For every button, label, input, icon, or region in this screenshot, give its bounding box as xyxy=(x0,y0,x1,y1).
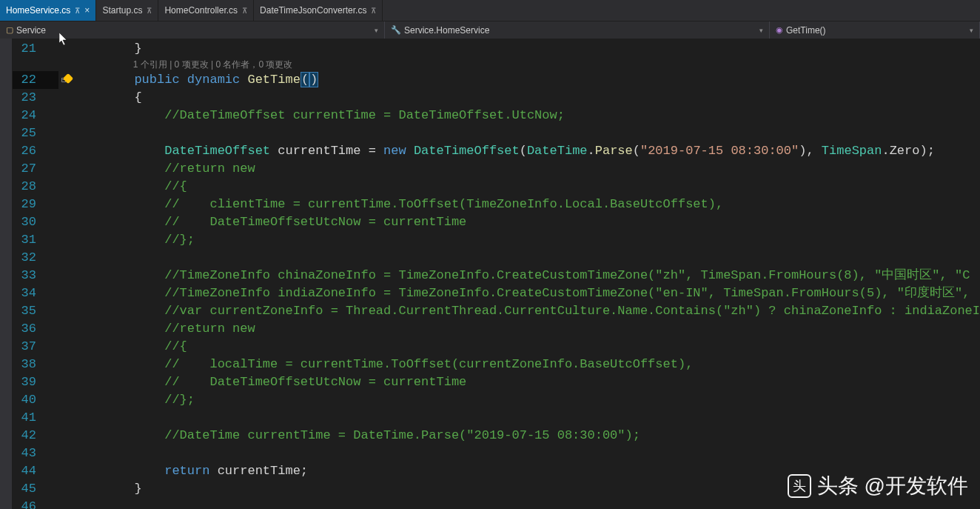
code-line: //{ xyxy=(70,178,980,196)
codelens[interactable]: 1 个引用 | 0 项更改 | 0 名作者，0 项更改 xyxy=(70,58,980,71)
code-line: // DateTimeOffsetUtcNow = currentTime xyxy=(70,373,980,391)
breadcrumb-label: GetTime() xyxy=(786,25,826,36)
chevron-down-icon: ▾ xyxy=(970,27,973,34)
line-number: 46 xyxy=(13,498,58,509)
tab-datetimejsonconverter[interactable]: DateTimeJsonConverter.cs ⊼ xyxy=(254,0,383,21)
tab-bar: HomeService.cs ⊼ × Startup.cs ⊼ HomeCont… xyxy=(0,0,980,21)
code-line: //TimeZoneInfo indiaZoneInfo = TimeZoneI… xyxy=(70,285,980,302)
breadcrumb-namespace[interactable]: ▢ Service ▾ xyxy=(0,21,385,39)
line-number: 38 xyxy=(13,356,58,373)
breadcrumb-method[interactable]: ◉ GetTime() ▾ xyxy=(770,21,980,39)
code-line: //return new xyxy=(70,160,980,178)
method-icon: ◉ xyxy=(776,25,783,35)
chevron-down-icon: ▾ xyxy=(759,27,763,34)
line-number: 37 xyxy=(13,338,58,356)
breadcrumb-label: Service xyxy=(16,25,46,36)
line-number: 43 xyxy=(13,445,58,462)
line-number: 21 xyxy=(13,40,58,58)
close-icon[interactable]: × xyxy=(84,5,90,16)
line-number: 31 xyxy=(13,231,58,249)
breadcrumb-label: Service.HomeService xyxy=(404,25,489,36)
fold-column: ⊟ xyxy=(58,39,70,509)
pin-icon[interactable]: ⊼ xyxy=(371,7,376,15)
tab-label: DateTimeJsonConverter.cs xyxy=(260,5,366,16)
code-line xyxy=(70,409,980,427)
line-number: 26 xyxy=(13,142,58,160)
line-number: 28 xyxy=(13,178,58,196)
code-line: // DateTimeOffsetUtcNow = currentTime xyxy=(70,213,980,231)
line-number: 39 xyxy=(13,373,58,391)
line-number: 29 xyxy=(13,196,58,213)
line-number: 22 xyxy=(13,71,58,89)
code-content[interactable]: } 1 个引用 | 0 项更改 | 0 名作者，0 项更改 public dyn… xyxy=(70,39,980,509)
code-line: //{ xyxy=(70,338,980,356)
code-line xyxy=(70,445,980,462)
line-number: 40 xyxy=(13,391,58,409)
pin-icon[interactable]: ⊼ xyxy=(147,7,152,15)
line-number: 45 xyxy=(13,480,58,498)
code-line xyxy=(70,249,980,267)
line-number: 27 xyxy=(13,160,58,178)
tab-label: Startup.cs xyxy=(102,5,142,16)
line-number: 35 xyxy=(13,302,58,320)
line-number: 30 xyxy=(13,213,58,231)
line-number: 24 xyxy=(13,107,58,124)
class-icon: 🔧 xyxy=(391,25,401,35)
tab-startup[interactable]: Startup.cs ⊼ xyxy=(96,0,158,21)
indicator-margin xyxy=(0,39,13,509)
code-line: //DateTime currentTime = DateTime.Parse(… xyxy=(70,427,980,445)
code-line: //DateTimeOffset currentTime = DateTimeO… xyxy=(70,107,980,124)
code-line xyxy=(70,124,980,142)
line-number-gutter: 21 22 23 24 25 26 27 28 29 30 31 32 33 3… xyxy=(13,39,58,509)
chevron-down-icon: ▾ xyxy=(375,27,378,34)
watermark-icon: 头 xyxy=(788,474,811,498)
code-line: public dynamic GetTime() xyxy=(70,71,980,89)
breadcrumb-class[interactable]: 🔧 Service.HomeService ▾ xyxy=(385,21,770,39)
tab-label: HomeController.cs xyxy=(164,5,238,16)
code-line: //}; xyxy=(70,231,980,249)
line-number: 44 xyxy=(13,462,58,480)
code-line: } xyxy=(70,40,980,58)
namespace-icon: ▢ xyxy=(6,25,13,35)
watermark: 头 头条 @开发软件 xyxy=(788,472,968,500)
line-number: 42 xyxy=(13,427,58,445)
line-number: 36 xyxy=(13,320,58,338)
code-line: //}; xyxy=(70,391,980,409)
code-line: DateTimeOffset currentTime = new DateTim… xyxy=(70,142,980,160)
code-line: // clientTime = currentTime.ToOffset(Tim… xyxy=(70,196,980,213)
watermark-text: 头条 @开发软件 xyxy=(817,472,968,500)
code-line: { xyxy=(70,89,980,107)
code-line: //TimeZoneInfo chinaZoneInfo = TimeZoneI… xyxy=(70,267,980,285)
line-number: 41 xyxy=(13,409,58,427)
tab-homeservice[interactable]: HomeService.cs ⊼ × xyxy=(0,0,96,21)
code-line: //return new xyxy=(70,320,980,338)
line-number: 23 xyxy=(13,89,58,107)
pin-icon[interactable]: ⊼ xyxy=(75,7,80,15)
line-number: 25 xyxy=(13,124,58,142)
tab-label: HomeService.cs xyxy=(6,5,70,16)
pin-icon[interactable]: ⊼ xyxy=(242,7,247,15)
breadcrumb-bar: ▢ Service ▾ 🔧 Service.HomeService ▾ ◉ Ge… xyxy=(0,21,980,39)
code-editor[interactable]: 21 22 23 24 25 26 27 28 29 30 31 32 33 3… xyxy=(0,39,980,509)
tab-homecontroller[interactable]: HomeController.cs ⊼ xyxy=(158,0,254,21)
line-number: 33 xyxy=(13,267,58,285)
code-line: // localTime = currentTime.ToOffset(curr… xyxy=(70,356,980,373)
line-number: 34 xyxy=(13,285,58,302)
code-line: //var currentZoneInfo = Thread.CurrentTh… xyxy=(70,302,980,320)
line-number: 32 xyxy=(13,249,58,267)
